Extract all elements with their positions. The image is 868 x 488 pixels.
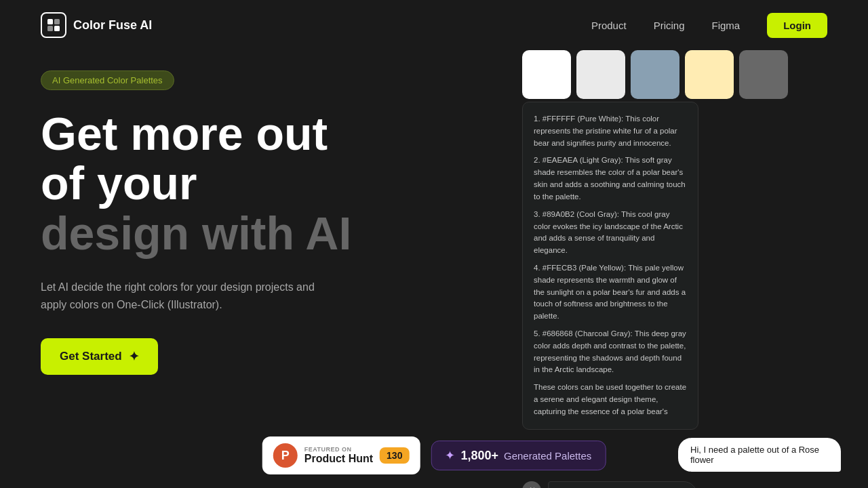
hero-subtitle: Let AI decide the right colors for your … — [41, 279, 326, 313]
headline-line2: of your — [41, 159, 461, 208]
user-chat-bubble: Hi, I need a palette out of a Rose flowe… — [678, 438, 841, 472]
get-started-label: Get Started — [60, 350, 122, 363]
svg-rect-1 — [54, 19, 60, 24]
ph-featured-on-label: FEATURED ON — [304, 446, 373, 453]
nav-links: Product Pricing Figma Login — [591, 13, 827, 38]
swatch-4 — [685, 50, 734, 99]
logo-area[interactable]: Color Fuse AI — [41, 12, 152, 38]
ph-name: Product Hunt — [304, 453, 373, 465]
headline: Get more out of your design with AI — [41, 109, 461, 258]
navbar: Color Fuse AI Product Pricing Figma Logi… — [0, 0, 868, 50]
second-chat-row: AI Sure! Here are five beautiful rose-re… — [522, 481, 841, 488]
product-hunt-badge[interactable]: P FEATURED ON Product Hunt 130 — [262, 436, 420, 474]
sparkle-icon: ✦ — [129, 349, 139, 364]
svg-rect-3 — [54, 26, 60, 31]
svg-rect-2 — [47, 26, 53, 31]
ph-count: 130 — [380, 447, 409, 464]
login-button[interactable]: Login — [767, 13, 827, 38]
swatch-1 — [522, 50, 571, 99]
headline-line3: design with AI — [41, 209, 461, 258]
product-hunt-logo: P — [273, 443, 298, 468]
generated-count: 1,800+ — [460, 449, 498, 463]
palette-item-3: 3. #89A0B2 (Cool Gray): This cool gray c… — [534, 209, 687, 257]
headline-line1: Get more out — [41, 109, 461, 159]
generated-sparkle-icon: ✦ — [445, 448, 455, 463]
nav-pricing[interactable]: Pricing — [654, 20, 685, 31]
logo-text: Color Fuse AI — [73, 18, 152, 33]
get-started-button[interactable]: Get Started ✦ — [41, 338, 158, 375]
generated-badge[interactable]: ✦ 1,800+ Generated Palettes — [431, 441, 606, 470]
color-swatches — [522, 50, 841, 99]
ai-chat-text: Sure! Here are five beautiful rose-relat… — [548, 481, 697, 488]
palette-summary: These colors can be used together to cre… — [534, 382, 687, 418]
swatch-5 — [739, 50, 788, 99]
generated-label: Generated Palettes — [504, 450, 591, 462]
palette-card: 1. #FFFFFF (Pure White): This color repr… — [522, 102, 698, 430]
right-column: 1. #FFFFFF (Pure White): This color repr… — [502, 50, 841, 488]
ph-text-area: FEATURED ON Product Hunt — [304, 446, 373, 465]
nav-figma[interactable]: Figma — [711, 20, 740, 31]
swatch-2 — [576, 50, 625, 99]
svg-rect-0 — [47, 19, 53, 24]
ai-avatar: AI — [522, 481, 541, 488]
palette-item-4: 4. #FFECB3 (Pale Yellow): This pale yell… — [534, 262, 687, 323]
logo-icon — [41, 12, 66, 38]
left-column: AI Generated Color Palettes Get more out… — [41, 64, 461, 375]
palette-item-2: 2. #EAEAEA (Light Gray): This soft gray … — [534, 155, 687, 203]
bottom-badges: P FEATURED ON Product Hunt 130 ✦ 1,800+ … — [262, 436, 606, 474]
nav-product[interactable]: Product — [591, 20, 627, 31]
hero-badge: AI Generated Color Palettes — [41, 70, 174, 90]
main-content: AI Generated Color Palettes Get more out… — [0, 50, 868, 375]
palette-item-5: 5. #686868 (Charcoal Gray): This deep gr… — [534, 328, 687, 376]
swatch-3 — [631, 50, 679, 99]
palette-item-1: 1. #FFFFFF (Pure White): This color repr… — [534, 113, 687, 149]
